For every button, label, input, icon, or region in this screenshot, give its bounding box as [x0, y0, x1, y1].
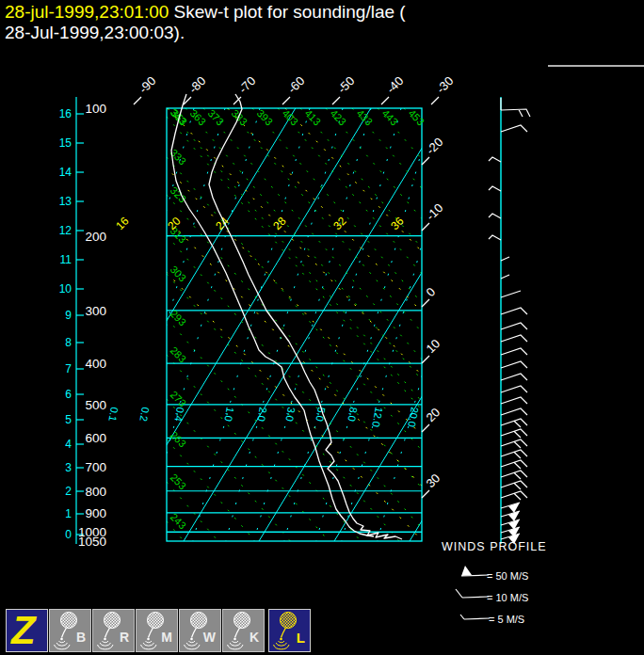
- dry-adiabat-label: 283: [169, 344, 188, 364]
- mixing-ratio-label: 3.0: [283, 407, 297, 423]
- button-letter: B: [76, 630, 86, 645]
- pressure-label: 600: [85, 431, 106, 445]
- isotherm-label-top: -80: [186, 73, 209, 96]
- wind-barb: [501, 397, 527, 404]
- dry-adiabat-line: [378, 108, 644, 541]
- wind-barb: [501, 408, 527, 415]
- mixing-ratio-label: 0.2: [137, 407, 151, 423]
- isotherm-tick: [332, 97, 340, 104]
- isotherm-line: [560, 108, 644, 541]
- isotherm-line: [108, 108, 371, 541]
- pressure-label: 400: [85, 357, 106, 371]
- button-letter: W: [203, 630, 216, 645]
- dry-adiabat-line: [167, 195, 468, 541]
- height-label: 0: [65, 528, 72, 541]
- dry-adiabat-line: [352, 108, 644, 541]
- button-letter: M: [161, 630, 172, 645]
- wind-profile: [489, 98, 530, 544]
- dry-adiabat-label: 273: [169, 389, 188, 408]
- isotherm-line: [485, 108, 644, 541]
- mixing-ratio-line: [342, 108, 459, 541]
- moist-adiabat-label: 36: [388, 215, 407, 233]
- legend-50ms-label: = 50 M/S: [487, 570, 528, 582]
- wind-barb: [489, 157, 501, 162]
- isotherm-label-right: 30: [424, 471, 443, 490]
- moist-adiabat-line: [62, 108, 475, 541]
- skewt-plot: 0123456789101112131415161002003004005006…: [0, 0, 644, 655]
- grid-lines: [10, 108, 644, 541]
- wind-barb: [501, 386, 527, 392]
- height-label: 3: [65, 461, 72, 474]
- z-flourish-icon: Z: [7, 610, 47, 651]
- isotherm-label-top: -30: [434, 73, 457, 96]
- isotherm-label-right: 0: [424, 284, 439, 299]
- isotherm-label-right: 10: [424, 336, 443, 356]
- wind-barb: [501, 429, 527, 438]
- dry-adiabat-label: 253: [169, 471, 188, 491]
- toolbar-button-k[interactable]: K: [222, 609, 265, 652]
- wind-barb: [501, 491, 527, 500]
- toolbar-button-w[interactable]: W: [179, 609, 221, 652]
- height-label: 6: [65, 388, 72, 401]
- height-label: 2: [65, 485, 72, 498]
- mixing-ratio-line: [316, 108, 433, 541]
- dry-adiabat-label: 243: [169, 511, 188, 531]
- height-label: 8: [65, 336, 72, 349]
- mixing-ratio-label: 1.0: [222, 407, 235, 423]
- button-letter: K: [250, 630, 259, 645]
- isotherm-tick: [282, 97, 290, 104]
- mixing-ratio-label: 12.0: [370, 407, 385, 428]
- axis-labels: 0123456789101112131415161002003004005006…: [59, 73, 457, 549]
- wind-barb: [501, 348, 527, 355]
- height-label: 14: [59, 166, 72, 179]
- pressure-label: 800: [85, 485, 106, 499]
- isotherm-tick: [422, 424, 429, 432]
- isotherm-label-right: 20: [424, 405, 443, 424]
- height-label: 12: [59, 224, 72, 237]
- isotherm-tick: [422, 490, 429, 498]
- wind-barb: [501, 291, 521, 297]
- dry-adiabat-label: 443: [380, 107, 400, 127]
- wind-barb: [501, 439, 527, 448]
- isotherm-tick: [422, 223, 429, 231]
- dry-adiabat-label: 363: [188, 107, 208, 127]
- height-label: 10: [59, 282, 72, 296]
- wind-barb: [489, 214, 501, 218]
- wind-barb: [501, 308, 527, 314]
- toolbar-button-l[interactable]: L: [268, 609, 311, 652]
- isotherm-label-top: -40: [384, 73, 407, 96]
- height-label: 1: [65, 507, 72, 520]
- toolbar-button-z[interactable]: Z: [6, 609, 48, 652]
- dry-adiabat-line: [278, 108, 644, 541]
- toolbar-button-b[interactable]: B: [49, 609, 91, 652]
- wind-barb: [501, 361, 527, 368]
- dry-adiabat-line: [404, 108, 644, 541]
- isotherm-line: [636, 108, 644, 541]
- toolbar-button-m[interactable]: M: [136, 609, 178, 652]
- isotherm-label-top: -60: [285, 73, 308, 96]
- isotherm-label-top: -90: [137, 73, 159, 96]
- dry-adiabat-label: 373: [206, 107, 226, 127]
- wind-barb: [501, 460, 527, 469]
- toolbar-button-r[interactable]: R: [92, 609, 135, 652]
- mixing-ratio-line: [284, 108, 401, 541]
- moist-adiabat-line: [285, 108, 644, 541]
- wind-barb: [501, 98, 530, 117]
- mixing-ratio-label: 0.1: [106, 407, 120, 423]
- dry-adiabat-line: [167, 157, 501, 541]
- dry-adiabat-line: [300, 108, 644, 541]
- wind-barb: [501, 419, 527, 427]
- mixing-ratio-label: 2.0: [255, 407, 268, 423]
- isotherm-line: [184, 108, 446, 541]
- app-window: 28-jul-1999,23:01:00 Skew-t plot for sou…: [0, 0, 644, 655]
- isotherm-line: [334, 108, 597, 541]
- height-label: 15: [59, 136, 72, 150]
- isotherm-tick: [422, 157, 429, 165]
- mixing-ratio-line: [254, 108, 371, 541]
- dry-adiabat-label: 413: [303, 107, 323, 127]
- isotherm-tick: [134, 97, 141, 104]
- isotherm-label-top: -50: [335, 73, 358, 96]
- mixing-ratio-line: [143, 108, 260, 541]
- wind-barb: [489, 186, 501, 191]
- dry-adiabat-label: 383: [230, 107, 250, 127]
